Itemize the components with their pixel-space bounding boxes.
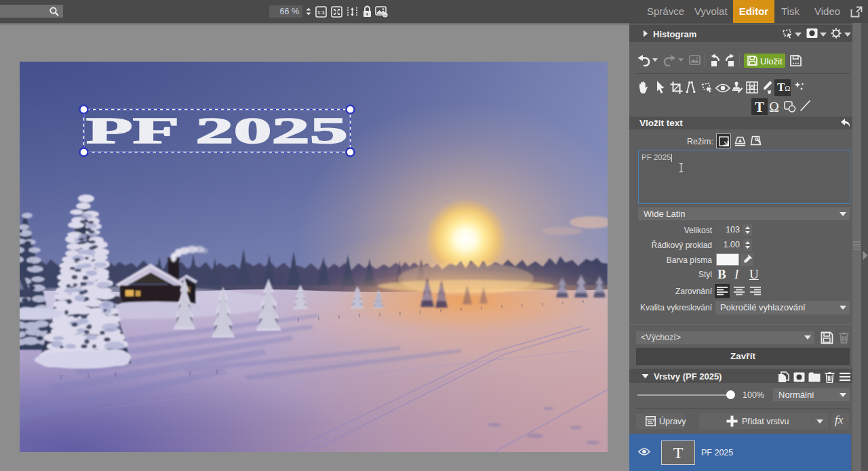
svg-text:PF 2025: PF 2025 bbox=[86, 110, 348, 151]
svg-text:1:1: 1:1 bbox=[317, 9, 325, 16]
